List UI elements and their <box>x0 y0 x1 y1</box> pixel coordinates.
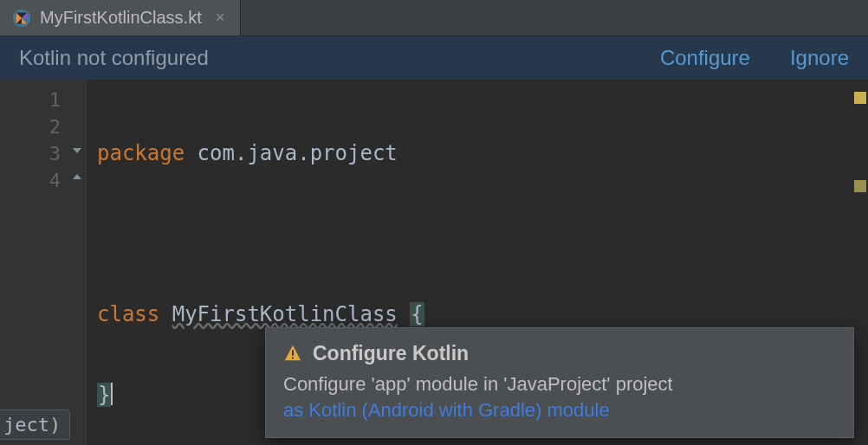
ignore-link[interactable]: Ignore <box>790 46 849 70</box>
line-number: 4 <box>0 167 61 194</box>
intention-popup: Configure Kotlin Configure 'app' module … <box>265 327 854 438</box>
svg-rect-1 <box>292 350 294 355</box>
svg-rect-2 <box>292 358 294 359</box>
popup-body: Configure 'app' module in 'JavaProject' … <box>283 371 836 397</box>
popup-action-link[interactable]: as Kotlin (Android with Gradle) module <box>283 397 836 423</box>
class-name: MyFirstKotlinClass <box>172 302 398 326</box>
file-tab[interactable]: MyFirstKotlinClass.kt × <box>0 0 241 35</box>
breadcrumb-fragment[interactable]: ject) <box>0 410 70 440</box>
close-icon[interactable]: × <box>216 9 225 27</box>
tab-bar: MyFirstKotlinClass.kt × <box>0 0 868 36</box>
line-number: 1 <box>0 87 61 113</box>
code-line <box>97 221 868 248</box>
fold-end-icon[interactable] <box>71 166 83 178</box>
keyword-package: package <box>97 141 185 165</box>
brace-close: } <box>97 383 111 407</box>
configure-link[interactable]: Configure <box>660 46 750 70</box>
line-number: 3 <box>0 140 61 167</box>
tab-filename: MyFirstKotlinClass.kt <box>40 8 202 28</box>
warning-icon <box>283 344 302 363</box>
fold-start-icon[interactable] <box>71 140 83 152</box>
line-number: 2 <box>0 113 61 140</box>
fold-column <box>69 80 87 445</box>
text-caret <box>111 383 113 405</box>
error-stripe <box>852 80 868 445</box>
kotlin-file-icon <box>12 9 31 28</box>
warning-marker[interactable] <box>854 180 866 192</box>
keyword-class: class <box>97 302 159 326</box>
popup-title: Configure Kotlin <box>313 340 469 366</box>
line-gutter: 1 2 3 4 <box>0 80 69 445</box>
warning-marker[interactable] <box>854 92 866 104</box>
brace-open: { <box>410 302 424 326</box>
code-line: class MyFirstKotlinClass { <box>97 301 868 328</box>
notification-message: Kotlin not configured <box>19 46 620 70</box>
code-line: package com.java.project <box>97 140 868 167</box>
package-name: com.java.project <box>198 141 398 165</box>
notification-bar: Kotlin not configured Configure Ignore <box>0 36 868 80</box>
